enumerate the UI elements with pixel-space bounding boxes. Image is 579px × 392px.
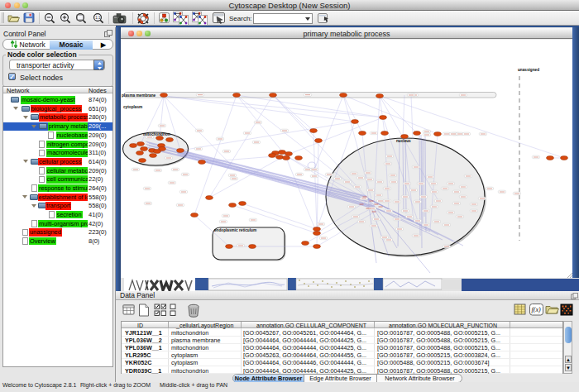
svg-text:1:1: 1:1 (95, 16, 101, 20)
svg-text:cytoplasm: cytoplasm (123, 105, 142, 109)
svg-text:mitochondrion: mitochondrion (143, 132, 170, 136)
svg-text:unassigned: unassigned (518, 68, 539, 72)
svg-text:nucleus: nucleus (396, 139, 411, 143)
svg-text:f(x): f(x) (532, 306, 541, 313)
svg-text:endoplasmic reticulum: endoplasmic reticulum (214, 228, 256, 232)
svg-text:plasma membrane: plasma membrane (122, 93, 156, 98)
